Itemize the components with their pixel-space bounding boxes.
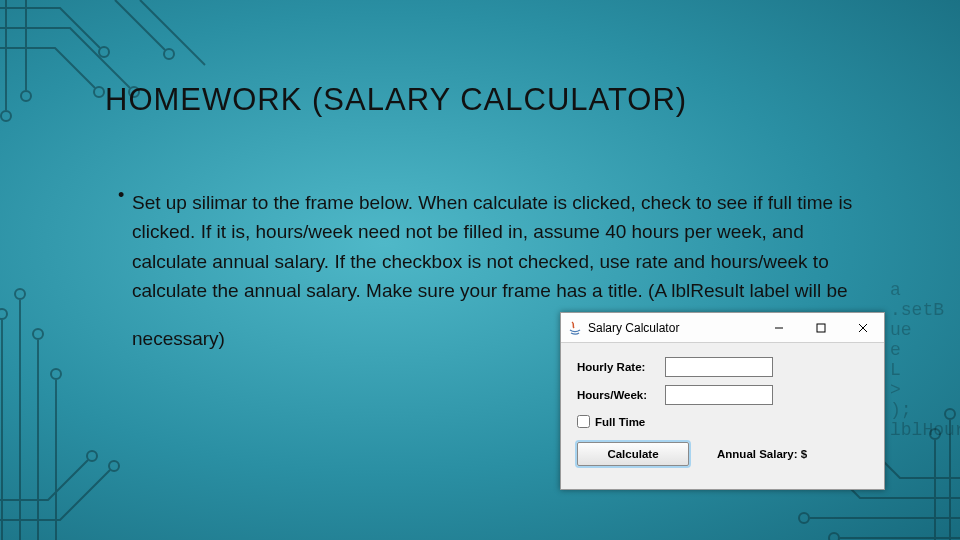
svg-point-13 (799, 513, 809, 523)
calculate-button[interactable]: Calculate (577, 442, 689, 466)
bottom-row: Calculate Annual Salary: $ (577, 442, 868, 466)
slide-title: HOMEWORK (SALARY CALCULATOR) (105, 82, 687, 118)
hourly-rate-input[interactable] (665, 357, 773, 377)
full-time-row: Full Time (577, 415, 868, 428)
salary-calculator-window: Salary Calculator Hourly Rate: Hours/Wee… (560, 312, 885, 490)
svg-point-7 (15, 289, 25, 299)
bullet-dot: • (118, 182, 132, 300)
svg-point-2 (94, 87, 104, 97)
svg-point-11 (87, 451, 97, 461)
svg-point-8 (33, 329, 43, 339)
svg-point-10 (109, 461, 119, 471)
hours-week-label: Hours/Week: (577, 389, 665, 401)
svg-point-0 (99, 47, 109, 57)
svg-point-5 (164, 49, 174, 59)
full-time-label: Full Time (595, 416, 645, 428)
annual-salary-label: Annual Salary: $ (717, 448, 807, 460)
hourly-rate-label: Hourly Rate: (577, 361, 665, 373)
titlebar: Salary Calculator (561, 313, 884, 343)
window-title: Salary Calculator (588, 321, 679, 335)
hours-week-input[interactable] (665, 385, 773, 405)
full-time-checkbox[interactable] (577, 415, 590, 428)
close-button[interactable] (842, 313, 884, 342)
circuit-decoration-top-left (0, 0, 210, 150)
svg-point-6 (0, 309, 7, 319)
hours-week-row: Hours/Week: (577, 385, 868, 405)
bullet-paragraph: Set up silimar to the frame below. When … (132, 188, 878, 306)
svg-point-4 (21, 91, 31, 101)
minimize-button[interactable] (758, 313, 800, 342)
window-body: Hourly Rate: Hours/Week: Full Time Calcu… (561, 343, 884, 476)
slide: a .setB ue e L > ); lblHours.setBo HOMEW… (0, 0, 960, 540)
ghost-code-background: a .setB ue e L > ); lblHours.setBo (890, 280, 960, 530)
svg-point-12 (829, 533, 839, 540)
svg-point-3 (1, 111, 11, 121)
window-controls (758, 313, 884, 342)
hourly-rate-row: Hourly Rate: (577, 357, 868, 377)
svg-rect-19 (817, 324, 825, 332)
maximize-button[interactable] (800, 313, 842, 342)
svg-point-9 (51, 369, 61, 379)
java-icon (567, 320, 583, 336)
